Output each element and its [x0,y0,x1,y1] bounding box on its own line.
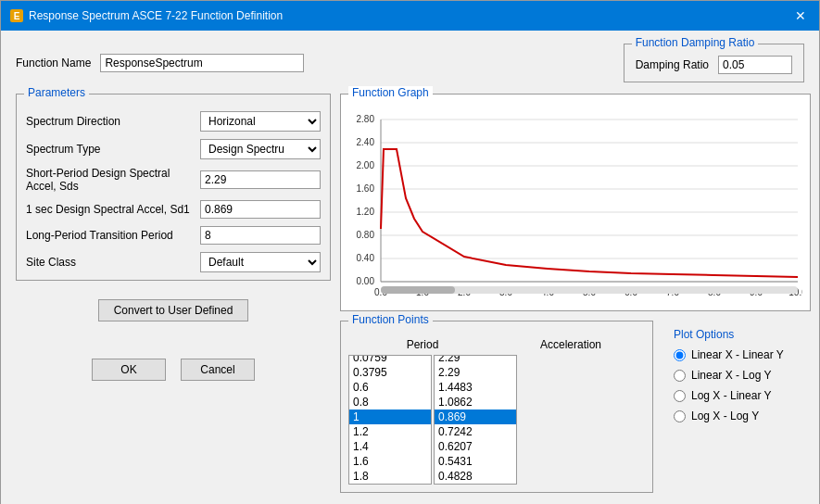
accel-row[interactable]: 0.4828 [435,469,516,484]
period-row[interactable]: 0.6 [349,380,431,395]
svg-text:0.00: 0.00 [357,276,375,286]
window-title: Response Spectrum ASCE 7-22 Function Def… [29,9,283,22]
accel-column[interactable]: 0.9162.292.291.44831.08620.8690.72420.62… [434,355,517,485]
spectrum-direction-label: Spectrum Direction [26,115,200,128]
sds-label: Short-Period Design Spectral Accel, Sds [26,167,200,193]
period-row[interactable]: 1.8 [349,469,431,484]
plot-options-radio-group: Linear X - Linear YLinear X - Log YLog X… [674,348,800,422]
sd1-input[interactable] [200,200,321,219]
svg-text:1.20: 1.20 [357,207,375,217]
tp-label: Long-Period Transition Period [26,229,200,242]
period-row[interactable]: 0.8 [349,395,431,410]
function-name-label: Function Name [16,57,91,69]
plot-option-radio-2[interactable] [674,390,686,402]
convert-to-user-defined-button[interactable]: Convert to User Defined [98,299,249,321]
plot-option-radio-3[interactable] [674,410,686,422]
damping-ratio-label: Damping Ratio [636,58,709,71]
plot-option-label-1: Linear X - Log Y [691,369,772,382]
function-graph-area: 2.80 2.40 2.00 1.60 1.20 0.80 0.40 0.00 [348,106,802,303]
plot-option-label-0: Linear X - Linear Y [691,348,784,361]
svg-text:2.40: 2.40 [357,137,375,147]
accel-row[interactable]: 0.7242 [435,424,516,439]
close-button[interactable]: ✕ [791,6,810,25]
period-row[interactable]: 1 [349,410,431,424]
svg-text:2.80: 2.80 [357,114,375,124]
params-section-title: Parameters [24,86,89,99]
plot-option-row[interactable]: Log X - Log Y [674,410,800,422]
svg-text:1.60: 1.60 [357,183,375,194]
period-row[interactable]: 0.0759 [349,355,431,365]
damping-ratio-input[interactable] [718,56,792,74]
plot-option-label-2: Log X - Linear Y [691,389,772,402]
period-column[interactable]: 00.07590.37950.60.811.21.41.61.8 [348,355,432,485]
ok-button[interactable]: OK [92,359,166,381]
spectrum-direction-select[interactable]: Horizonal [200,111,321,132]
plot-option-row[interactable]: Linear X - Log Y [674,369,800,382]
accel-row[interactable]: 0.869 [435,410,516,424]
plot-options-section: Plot Options Linear X - Linear YLinear X… [662,321,811,493]
function-points-title: Function Points [348,313,433,326]
plot-option-radio-0[interactable] [674,349,686,361]
site-class-label: Site Class [26,256,200,269]
accel-row[interactable]: 1.0862 [435,395,516,410]
period-row[interactable]: 1.4 [349,439,431,454]
accel-row[interactable]: 2.29 [435,355,516,365]
plot-option-radio-1[interactable] [674,370,686,382]
graph-svg: 2.80 2.40 2.00 1.60 1.20 0.80 0.40 0.00 [348,106,802,300]
period-row[interactable]: 1.6 [349,454,431,469]
sds-input[interactable] [200,170,321,189]
svg-text:2.00: 2.00 [357,160,375,170]
period-row[interactable]: 0.3795 [349,365,431,380]
accel-row[interactable]: 0.6207 [435,439,516,454]
plot-option-row[interactable]: Log X - Linear Y [674,389,800,402]
function-points-table: 00.07590.37950.60.811.21.41.61.8 0.9162.… [348,355,645,485]
damping-section-title: Function Damping Ratio [632,36,759,49]
accel-header: Acceleration [497,338,645,351]
tp-input[interactable] [200,226,321,245]
sd1-label: 1 sec Design Spectral Accel, Sd1 [26,203,200,216]
main-window: E Response Spectrum ASCE 7-22 Function D… [0,0,820,504]
accel-row[interactable]: 0.5431 [435,454,516,469]
site-class-select[interactable]: Default [200,252,321,272]
svg-text:0.40: 0.40 [357,253,375,263]
period-header: Period [348,338,497,351]
app-icon: E [10,9,23,22]
plot-option-row[interactable]: Linear X - Linear Y [674,348,800,361]
svg-text:0.80: 0.80 [357,230,375,240]
svg-rect-30 [381,286,455,294]
spectrum-type-label: Spectrum Type [26,143,200,156]
cancel-button[interactable]: Cancel [181,359,255,381]
plot-option-label-3: Log X - Log Y [691,410,759,422]
function-name-input[interactable] [100,54,304,72]
spectrum-type-select[interactable]: Design Spectru [200,139,321,159]
accel-row[interactable]: 2.29 [435,365,516,380]
title-bar: E Response Spectrum ASCE 7-22 Function D… [1,1,819,31]
function-graph-title: Function Graph [348,86,433,99]
period-row[interactable]: 1.2 [349,424,431,439]
accel-row[interactable]: 1.4483 [435,380,516,395]
plot-options-title: Plot Options [674,328,800,341]
